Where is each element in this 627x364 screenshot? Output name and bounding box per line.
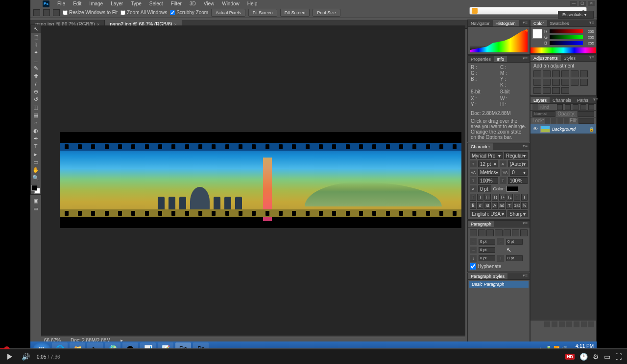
shape-filter[interactable] <box>580 104 586 110</box>
color-lookup-adjustment[interactable] <box>571 79 579 86</box>
opentype-button[interactable]: A <box>492 202 498 209</box>
dodge-tool[interactable]: ◐ <box>31 127 41 135</box>
basic-paragraph-style[interactable]: Basic Paragraph <box>469 281 529 288</box>
opentype-button[interactable]: T <box>506 202 512 209</box>
tab-swatches[interactable]: Swatches <box>547 20 572 26</box>
delete-layer-icon[interactable] <box>588 321 594 327</box>
crop-tool[interactable]: ⟂ <box>31 56 41 64</box>
justify-all-button[interactable] <box>520 229 528 236</box>
justify-right-button[interactable] <box>512 229 519 236</box>
brightness-adjustment[interactable] <box>533 70 541 77</box>
screen-mode-icon[interactable]: ▭ <box>31 205 41 212</box>
font-size-input[interactable]: 12 pt▾ <box>478 160 498 167</box>
spectrum-ramp[interactable] <box>531 47 596 53</box>
menu-select[interactable]: Select <box>145 0 167 7</box>
group-icon[interactable] <box>574 321 579 327</box>
posterize-adjustment[interactable] <box>533 87 541 94</box>
print-size-button[interactable]: Print Size <box>313 9 340 17</box>
quick-select-tool[interactable]: ✦ <box>31 48 41 56</box>
history-brush-tool[interactable]: ↺ <box>31 95 41 103</box>
panel-menu-icon[interactable]: ▾≡ <box>521 143 530 150</box>
strikethrough-button[interactable]: T <box>521 194 528 201</box>
hd-badge[interactable]: HD <box>565 354 575 360</box>
new-layer-icon[interactable] <box>581 321 587 327</box>
photo-filter-adjustment[interactable] <box>552 79 560 86</box>
pixel-filter[interactable] <box>557 104 563 110</box>
blue-slider[interactable] <box>550 41 583 45</box>
hscale-input[interactable]: 100% <box>508 177 528 184</box>
layer-background[interactable]: 👁 Background 🔒 <box>531 124 596 134</box>
italic-button[interactable]: T <box>477 194 483 201</box>
panel-menu-icon[interactable]: ▾≡ <box>587 55 596 61</box>
tab-info[interactable]: Info <box>494 56 507 62</box>
tab-character[interactable]: Character <box>468 143 493 150</box>
pen-tool[interactable]: ✒ <box>31 135 41 142</box>
panel-menu-icon[interactable]: ▾≡ <box>521 273 530 279</box>
cache-warning-icon[interactable]: ⚠ <box>524 28 529 33</box>
blur-tool[interactable]: ○ <box>31 119 41 127</box>
panel-menu-icon[interactable]: ▾≡ <box>591 97 600 103</box>
tracking-input[interactable]: 0▾ <box>510 169 528 176</box>
antialias-select[interactable]: Sharp▾ <box>507 210 528 217</box>
fullscreen-icon[interactable]: ⛶ <box>615 353 622 361</box>
path-select-tool[interactable]: ▸ <box>31 150 41 158</box>
fill-screen-button[interactable]: Fill Screen <box>280 9 310 17</box>
play-button[interactable] <box>5 352 15 362</box>
panel-menu-icon[interactable]: ▾≡ <box>521 56 530 62</box>
type-filter[interactable] <box>573 104 579 110</box>
text-color-swatch[interactable] <box>506 186 518 192</box>
panel-menu-icon[interactable]: ▾≡ <box>521 221 530 227</box>
font-family-select[interactable]: Myriad Pro▾ <box>470 152 503 159</box>
opentype-button[interactable]: 1st <box>513 202 520 209</box>
zoom-tool[interactable]: 🔍 <box>31 174 41 182</box>
align-center-button[interactable] <box>478 229 485 236</box>
panel-menu-icon[interactable]: ▾≡ <box>587 20 596 26</box>
align-left-button[interactable] <box>470 229 477 236</box>
tab-styles[interactable]: Styles <box>561 55 579 61</box>
lock-icon[interactable]: 🔒 <box>589 127 594 132</box>
settings-icon[interactable]: ⚙ <box>593 353 599 361</box>
smart-filter[interactable] <box>588 104 594 110</box>
menu-image[interactable]: Image <box>85 0 107 7</box>
indent-right-input[interactable]: 0 pt <box>506 239 523 245</box>
lock-position[interactable] <box>557 118 563 124</box>
green-slider[interactable] <box>550 35 583 39</box>
adjust-filter[interactable] <box>565 104 571 110</box>
menu-view[interactable]: View <box>200 0 218 7</box>
allcaps-button[interactable]: TT <box>484 194 491 201</box>
blend-mode-select[interactable]: Normal <box>532 111 555 117</box>
opentype-button[interactable]: fi <box>470 202 476 209</box>
justify-left-button[interactable] <box>495 229 502 236</box>
type-tool[interactable]: T <box>31 142 41 150</box>
zoom-out-icon[interactable] <box>53 9 60 16</box>
foreground-color[interactable] <box>31 185 37 191</box>
tab-properties[interactable]: Properties <box>468 56 494 62</box>
mask-icon[interactable] <box>559 321 565 327</box>
hue-adjustment[interactable] <box>580 70 588 77</box>
brush-tool[interactable]: / <box>31 80 41 88</box>
channel-mixer-adjustment[interactable] <box>561 79 569 86</box>
space-after-input[interactable]: 0 pt <box>506 255 523 261</box>
menu-help[interactable]: Help <box>243 0 262 7</box>
shape-tool[interactable]: ▭ <box>31 158 41 166</box>
link-layers-icon[interactable] <box>544 321 550 327</box>
eraser-tool[interactable]: ◫ <box>31 103 41 111</box>
threshold-adjustment[interactable] <box>543 87 551 94</box>
clone-tool[interactable]: ⊕ <box>31 88 41 95</box>
align-right-button[interactable] <box>486 229 494 236</box>
first-line-input[interactable]: 0 pt <box>479 247 495 253</box>
hyphenate-checkbox[interactable]: Hyphenate <box>470 263 528 270</box>
bw-adjustment[interactable] <box>543 79 551 86</box>
tab-paragraph-styles[interactable]: Paragraph Styles <box>468 273 507 279</box>
tab-histogram[interactable]: Histogram <box>493 20 519 26</box>
color-swatch[interactable] <box>532 29 542 39</box>
language-select[interactable]: English: USA▾ <box>470 210 506 217</box>
marquee-tool[interactable]: ⬚ <box>31 33 41 41</box>
menu-filter[interactable]: Filter <box>167 0 186 7</box>
tab-paths[interactable]: Paths <box>574 97 591 103</box>
indent-left-input[interactable]: 0 pt <box>479 239 495 245</box>
opentype-button[interactable]: st <box>484 202 491 209</box>
bold-button[interactable]: T <box>470 194 476 201</box>
watch-later-icon[interactable]: 🕐 <box>579 353 588 361</box>
color-picker[interactable] <box>31 184 41 194</box>
